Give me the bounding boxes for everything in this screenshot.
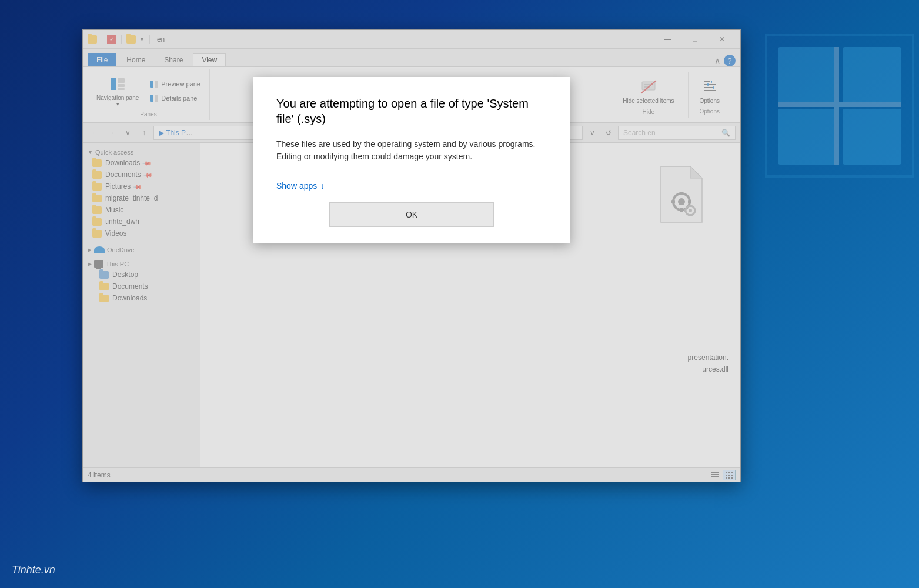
brand-label: Tinhte.vn	[12, 564, 55, 576]
svg-rect-3	[843, 109, 901, 165]
modal-footer: OK	[276, 202, 547, 227]
svg-rect-1	[843, 47, 901, 103]
win-logo-decoration	[731, 0, 919, 588]
explorer-window: ✓ ▼ en — □ ✕ File Home Share View ∧ ?	[82, 29, 741, 482]
ok-button[interactable]: OK	[329, 202, 494, 227]
show-apps-label: Show apps	[276, 181, 317, 191]
modal-dialog: You are attempting to open a file of typ…	[253, 77, 570, 243]
show-apps-arrow-icon: ↓	[320, 181, 325, 191]
svg-rect-0	[778, 47, 837, 103]
modal-body: These files are used by the operating sy…	[276, 138, 547, 163]
show-apps-link[interactable]: Show apps ↓	[276, 181, 325, 191]
modal-title: You are attempting to open a file of typ…	[276, 96, 547, 126]
modal-overlay: You are attempting to open a file of typ…	[83, 30, 740, 482]
svg-rect-2	[778, 109, 837, 165]
